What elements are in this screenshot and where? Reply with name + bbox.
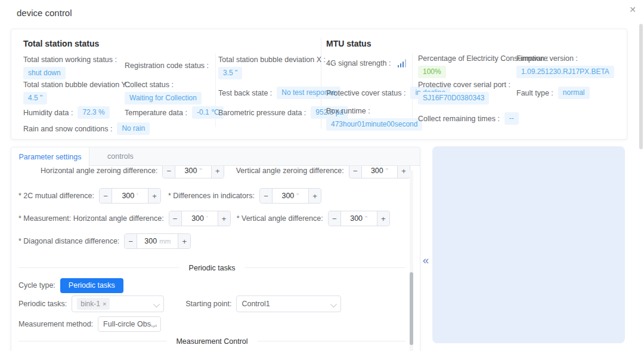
field-test-back-state: Test back state : No test response [218,87,340,99]
form-scrollbar-thumb[interactable] [410,272,413,345]
status-badge: shut down [23,67,66,79]
measurement-horizontal-stepper: − 300' + [169,211,231,226]
increment-icon[interactable]: + [178,234,190,248]
collapse-panel-icon[interactable]: « [419,251,433,269]
stepper-input[interactable]: 300' [181,211,218,226]
field-box-runtime: Box runtime : 473hour01minute00second [326,107,422,131]
field-humidity: Humidity data : 72.3 % [23,106,110,119]
stepper-input[interactable]: 300" [340,211,377,226]
signal-strength-icon [398,59,406,67]
horizontal-zeroing-stepper: − 300" + [162,166,224,178]
increment-icon[interactable]: + [398,166,410,178]
field-remaining-times: Collect remaining times : -- [418,112,519,125]
status-badge: 3.5 " [218,67,242,79]
status-badge: 4.5 " [23,92,47,104]
status-badge: No rain [117,122,150,135]
periodic-tasks-divider: Periodic tasks [18,267,405,268]
decrement-icon[interactable]: − [100,189,112,203]
stepper-input[interactable]: 300" [175,166,212,178]
status-card: Total station status Total station worki… [11,29,627,140]
total-station-status-title: Total station status [23,39,99,48]
page-title: device control [17,8,72,18]
form-row-zeroing: Horizontal angle zeroing difference: − 3… [18,166,410,178]
stepper-input[interactable]: 300" [361,166,398,178]
starting-point-select[interactable]: Control1 [236,295,341,312]
field-fault-type: Fault type : normal [516,87,590,99]
field-rain-snow: Rain and snow conditions : No rain [23,122,150,135]
increment-icon[interactable]: + [218,211,230,226]
close-icon[interactable]: ✕ [626,3,639,16]
increment-icon[interactable]: + [148,189,160,203]
periodic-tasks-select[interactable]: bink-1 × [72,295,164,312]
diagonal-distance-stepper: − 300mm + [124,233,191,249]
mtu-status-title: MTU status [326,39,371,48]
increment-icon[interactable]: + [309,189,321,203]
parameter-form: Horizontal angle zeroing difference: − 3… [11,166,410,351]
vertical-zeroing-stepper: − 300" + [349,166,410,178]
status-badge: 100% [418,66,446,78]
stepper-input[interactable]: 300' [112,189,148,203]
stepper-input[interactable]: 300mm [137,234,178,248]
measurement-method-select[interactable]: Full-circle Obs... [98,316,161,332]
side-panel [432,146,625,343]
field-bubble-deviation-x: Total station bubble deviation X : 3.5 " [218,56,326,79]
status-badge: 1.09.251230.RJ17PX.BETA [516,66,614,78]
chevron-down-icon [153,301,160,307]
2c-mutual-stepper: − 300' + [99,188,161,204]
form-row-tasks: Periodic tasks: bink-1 × Starting point:… [18,295,410,312]
increment-icon[interactable]: + [377,211,389,226]
decrement-icon[interactable]: − [349,166,361,178]
field-4g-signal: 4G signal strength : [326,59,406,67]
field-registration-code: Registration code status : [125,61,209,70]
form-row-diagonal: * Diagonal distance difference: − 300mm … [18,233,410,249]
chevron-down-icon [330,301,337,307]
form-row-cycle-type: Cycle type: Periodic tasks [18,278,410,293]
indicator-diff-stepper: − 300" + [259,188,321,204]
form-row-2c: * 2C mutual difference: − 300' + * Diffe… [18,188,410,204]
field-working-status: Total station working status : shut down [23,56,117,79]
decrement-icon[interactable]: − [169,211,181,226]
stepper-input[interactable]: 300" [272,189,309,203]
field-firmware: Firmware version : 1.09.251230.RJ17PX.BE… [516,54,614,78]
form-row-method: Measurement method: Full-circle Obs... [18,316,410,332]
remove-tag-icon[interactable]: × [103,300,106,307]
tab-bar: Parameter settings controls [11,147,420,166]
tab-parameter-settings[interactable]: Parameter settings [11,147,89,166]
field-bubble-deviation-y: Total station bubble deviation Y : 4.5 " [23,81,131,104]
decrement-icon[interactable]: − [125,234,137,248]
tab-controls[interactable]: controls [89,147,151,165]
field-cover-serial: Protective cover serial port : SJ16F70D0… [418,81,510,104]
task-tag: bink-1 × [77,298,110,310]
status-badge: 72.3 % [78,106,109,119]
parameter-card: Parameter settings controls Horizontal a… [11,147,420,351]
measurement-control-divider: Measurement Control [18,341,405,341]
increment-icon[interactable]: + [212,166,224,178]
form-row-measurement: * Measurement: Horizontal angle differen… [18,211,410,226]
decrement-icon[interactable]: − [163,166,175,178]
field-temperature: Temperature data : -0.1 ℃ [125,106,224,119]
status-badge: SJ16F70D0380343 [418,92,489,104]
page-scrollbar[interactable] [639,24,643,149]
cycle-type-button[interactable]: Periodic tasks [60,278,123,293]
measurement-vertical-stepper: − 300" + [328,211,390,226]
status-badge: normal [558,87,590,99]
status-badge: 473hour01minute00second [326,118,422,131]
field-collect-status: Collect status : Waiting for Collection [125,81,202,104]
decrement-icon[interactable]: − [260,189,272,203]
status-badge: -- [504,112,519,125]
decrement-icon[interactable]: − [329,211,340,226]
status-badge: Waiting for Collection [125,92,202,104]
